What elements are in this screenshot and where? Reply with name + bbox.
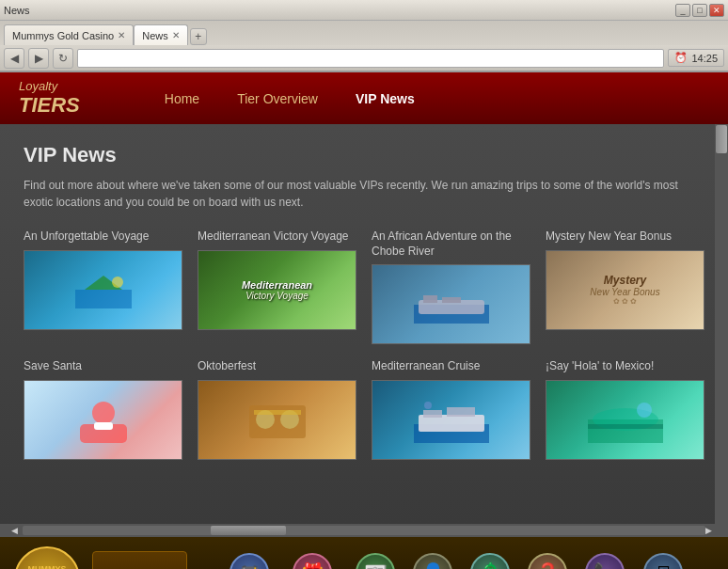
article-mystery[interactable]: Mystery New Year Bonus Mystery New Year … bbox=[546, 229, 704, 344]
article-med-cruise-image bbox=[372, 380, 530, 460]
new-tab-button[interactable]: + bbox=[190, 28, 207, 45]
toolbar-news[interactable]: 📰 News bbox=[350, 553, 402, 569]
svg-point-18 bbox=[424, 402, 432, 409]
article-santa-image bbox=[24, 380, 182, 460]
article-voyage[interactable]: An Unforgettable Voyage bbox=[24, 229, 182, 344]
time-display: ⏰ 14:25 bbox=[668, 49, 724, 67]
clock-icon: ⏰ bbox=[674, 52, 688, 64]
scroll-thumb[interactable] bbox=[211, 526, 286, 535]
svg-rect-21 bbox=[588, 424, 663, 429]
svg-rect-17 bbox=[447, 407, 475, 417]
article-santa[interactable]: Save Santa bbox=[24, 359, 182, 460]
nav-home[interactable]: Home bbox=[146, 84, 218, 114]
loyalty-text: Loyalty bbox=[19, 80, 80, 93]
toolbar-bank[interactable]: 💲 Bank bbox=[465, 553, 516, 569]
games-view-icon: 🖥 bbox=[643, 553, 683, 569]
article-african-title: An African Adventure on the Chobe River bbox=[372, 229, 530, 259]
article-med-victory[interactable]: Mediterranean Victory Voyage Mediterrane… bbox=[198, 229, 356, 344]
tab-mummys-gold-label: Mummys Gold Casino bbox=[12, 30, 114, 41]
toolbar-contact[interactable]: 📞 Contact Us bbox=[579, 553, 631, 569]
article-african[interactable]: An African Adventure on the Chobe River bbox=[372, 229, 530, 344]
article-voyage-image bbox=[24, 250, 182, 330]
article-voyage-title: An Unforgettable Voyage bbox=[24, 229, 182, 245]
scrollbar[interactable] bbox=[715, 124, 728, 524]
title-bar-title: News bbox=[4, 5, 30, 16]
site-header: Loyalty TIERS Home Tier Overview VIP New… bbox=[0, 72, 728, 124]
article-oktoberfest-title: Oktoberfest bbox=[198, 359, 356, 374]
close-button[interactable]: ✕ bbox=[709, 4, 724, 17]
nav-bar: ◀ ▶ ↻ ⏰ 14:25 bbox=[0, 45, 728, 71]
forward-button[interactable]: ▶ bbox=[28, 48, 49, 69]
article-mystery-title: Mystery New Year Bonus bbox=[546, 229, 704, 245]
title-bar-buttons: _ □ ✕ bbox=[675, 4, 724, 17]
title-bar: News _ □ ✕ bbox=[0, 0, 728, 21]
page-title: VIP News bbox=[24, 143, 704, 167]
bank-icon: 💲 bbox=[470, 553, 510, 569]
tab-news[interactable]: News ✕ bbox=[134, 24, 188, 45]
address-bar[interactable] bbox=[77, 49, 664, 68]
tab-news-label: News bbox=[142, 30, 168, 41]
article-mexico-image bbox=[546, 380, 704, 460]
article-oktoberfest[interactable]: Oktoberfest bbox=[198, 359, 356, 460]
toolbar-help[interactable]: ❓ Help bbox=[522, 553, 574, 569]
horizontal-scrollbar: ◀ ▶ bbox=[0, 524, 728, 537]
article-oktoberfest-image bbox=[198, 380, 356, 460]
svg-point-7 bbox=[92, 402, 115, 424]
article-med-cruise-title: Mediterranean Cruise bbox=[372, 359, 530, 374]
contact-icon: 📞 bbox=[585, 553, 625, 569]
article-santa-title: Save Santa bbox=[24, 359, 182, 374]
article-mexico[interactable]: ¡Say 'Hola' to Mexico! bbox=[546, 359, 704, 460]
news-icon: 📰 bbox=[356, 553, 395, 569]
svg-point-2 bbox=[112, 277, 123, 288]
back-button[interactable]: ◀ bbox=[4, 48, 24, 69]
browser-chrome: News _ □ ✕ Mummys Gold Casino ✕ News ✕ +… bbox=[0, 0, 728, 72]
scroll-left-arrow[interactable]: ◀ bbox=[11, 526, 23, 535]
svg-rect-16 bbox=[423, 410, 442, 418]
svg-rect-0 bbox=[75, 290, 132, 308]
article-mystery-image: Mystery New Year Bonus ✿ ✿ ✿ bbox=[546, 250, 704, 330]
loyalty-logo: Loyalty TIERS bbox=[19, 80, 80, 116]
refresh-button[interactable]: ↻ bbox=[53, 48, 73, 69]
toolbar-promotions[interactable]: 🎁 My Promotions bbox=[281, 553, 344, 569]
toolbar-account[interactable]: 👤 My Account bbox=[407, 553, 459, 569]
nav-vip-news[interactable]: VIP News bbox=[337, 84, 434, 114]
tab-mummys-gold[interactable]: Mummys Gold Casino ✕ bbox=[4, 24, 134, 45]
scroll-right-arrow[interactable]: ▶ bbox=[705, 526, 717, 535]
header-nav: Home Tier Overview VIP News bbox=[146, 84, 434, 114]
scrollbar-thumb[interactable] bbox=[716, 125, 727, 153]
toolbar-items: 🎮 Games 🎁 My Promotions 📰 News 👤 My Acco… bbox=[195, 553, 719, 569]
toolbar-games-view[interactable]: 🖥 Games View bbox=[637, 553, 690, 569]
nav-tier-overview[interactable]: Tier Overview bbox=[218, 84, 337, 114]
article-med-victory-title: Mediterranean Victory Voyage bbox=[198, 229, 356, 245]
scroll-track[interactable] bbox=[23, 526, 705, 535]
svg-rect-13 bbox=[254, 410, 301, 415]
maximize-button[interactable]: □ bbox=[692, 4, 707, 17]
svg-rect-5 bbox=[423, 295, 437, 303]
games-icon: 🎮 bbox=[229, 553, 269, 569]
article-med-cruise[interactable]: Mediterranean Cruise bbox=[372, 359, 530, 460]
help-icon: ❓ bbox=[528, 553, 567, 569]
toolbar-games[interactable]: 🎮 Games bbox=[224, 553, 276, 569]
tab-mummys-gold-close[interactable]: ✕ bbox=[118, 30, 125, 40]
tab-bar: Mummys Gold Casino ✕ News ✕ + bbox=[0, 21, 728, 45]
article-african-image bbox=[372, 264, 530, 344]
bottom-toolbar: MUMMYSGOLDCASINO ADVANCED 🎮 Games 🎁 My P… bbox=[0, 537, 728, 569]
article-mexico-title: ¡Say 'Hola' to Mexico! bbox=[546, 359, 704, 374]
advanced-section: ADVANCED bbox=[92, 551, 187, 569]
main-content: Loyalty TIERS Home Tier Overview VIP New… bbox=[0, 72, 728, 524]
promotions-icon: 🎁 bbox=[293, 553, 332, 569]
minimize-button[interactable]: _ bbox=[675, 4, 690, 17]
svg-point-22 bbox=[637, 403, 652, 418]
tab-news-close[interactable]: ✕ bbox=[172, 30, 180, 40]
content-area: VIP News Find out more about where we've… bbox=[0, 124, 728, 524]
casino-logo: MUMMYSGOLDCASINO bbox=[9, 542, 85, 569]
svg-rect-6 bbox=[442, 297, 461, 303]
account-icon: 👤 bbox=[413, 553, 452, 569]
time-text: 14:25 bbox=[691, 53, 718, 64]
news-grid: An Unforgettable Voyage Mediterranean Vi… bbox=[24, 229, 704, 460]
svg-rect-9 bbox=[94, 422, 113, 430]
title-bar-left: News bbox=[4, 5, 30, 16]
tiers-text: TIERS bbox=[19, 94, 80, 117]
casino-logo-image: MUMMYSGOLDCASINO bbox=[14, 546, 80, 569]
article-med-victory-image: Mediterranean Victory Voyage bbox=[198, 250, 356, 330]
